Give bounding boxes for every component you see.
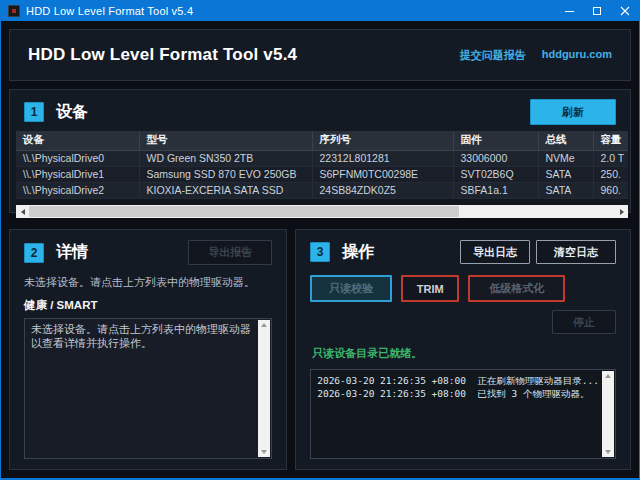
col-header-capacity[interactable]: 容量 xyxy=(593,131,628,150)
cell-model: Samsung SSD 870 EVO 250GB xyxy=(139,166,312,182)
details-section: 2 详情 导出报告 未选择设备。请点击上方列表中的物理驱动器。 健康 / SMA… xyxy=(9,229,287,470)
operations-title: 操作 xyxy=(342,242,374,263)
cell-serial: S6PFNM0TC00298E xyxy=(312,166,453,182)
table-row[interactable]: \\.\PhysicalDrive1 Samsung SSD 870 EVO 2… xyxy=(16,166,628,182)
minimize-button[interactable] xyxy=(555,1,583,21)
scroll-down-icon[interactable] xyxy=(261,450,267,454)
log-vertical-scrollbar[interactable] xyxy=(602,371,614,457)
hddguru-link[interactable]: hddguru.com xyxy=(542,48,612,63)
main-content: HDD Low Level Format Tool v5.4 提交问题报告 hd… xyxy=(1,21,639,478)
operations-badge: 3 xyxy=(310,242,330,262)
log-line: 2026-03-20 21:26:35 +08:00 已找到 3 个物理驱动器。 xyxy=(317,387,599,400)
stop-button[interactable]: 停止 xyxy=(552,310,616,334)
table-row[interactable]: \\.\PhysicalDrive2 KIOXIA-EXCERIA SATA S… xyxy=(16,182,628,198)
close-button[interactable] xyxy=(611,1,639,21)
table-header-row: 设备 型号 序列号 固件 总线 容量 xyxy=(16,131,628,150)
page-title: HDD Low Level Format Tool v5.4 xyxy=(28,45,297,65)
clear-log-button[interactable]: 清空日志 xyxy=(536,240,616,264)
cell-model: WD Green SN350 2TB xyxy=(139,150,312,166)
log-line: 2026-03-20 21:26:35 +08:00 正在刷新物理驱动器目录..… xyxy=(317,374,599,387)
operations-section: 3 操作 导出日志 清空日志 只读校验 TRIM 低级格式化 停止 只读设备目录… xyxy=(295,229,631,470)
smart-vertical-scrollbar[interactable] xyxy=(258,320,270,457)
devices-section-header: 1 设备 刷新 xyxy=(16,95,624,131)
col-header-firmware[interactable]: 固件 xyxy=(453,131,538,150)
low-level-format-button[interactable]: 低级格式化 xyxy=(468,275,565,302)
cell-model: KIOXIA-EXCERIA SATA SSD xyxy=(139,182,312,198)
col-header-model[interactable]: 型号 xyxy=(139,131,312,150)
smart-text: 未选择设备。请点击上方列表中的物理驱动器以查看详情并执行操作。 xyxy=(25,319,271,353)
app-window: HDD Low Level Format Tool v5.4 HDD Low L… xyxy=(0,0,640,480)
cell-device: \\.\PhysicalDrive2 xyxy=(16,182,139,198)
no-selection-text: 未选择设备。请点击上方列表中的物理驱动器。 xyxy=(24,275,272,290)
app-icon xyxy=(8,5,20,17)
close-icon xyxy=(620,6,630,16)
export-log-button[interactable]: 导出日志 xyxy=(460,240,530,264)
scroll-down-icon[interactable] xyxy=(605,450,611,454)
scroll-left-icon[interactable] xyxy=(16,205,29,218)
operations-section-header: 3 操作 导出日志 清空日志 xyxy=(310,240,616,264)
scrollbar-thumb[interactable] xyxy=(29,206,459,217)
cell-serial: 22312L801281 xyxy=(312,150,453,166)
smart-label: 健康 / SMART xyxy=(24,298,272,313)
report-issue-link[interactable]: 提交问题报告 xyxy=(460,48,526,63)
cell-capacity: 2.0 T xyxy=(593,150,628,166)
log-lines: 2026-03-20 21:26:35 +08:00 正在刷新物理驱动器目录..… xyxy=(311,370,615,404)
read-only-verify-button[interactable]: 只读校验 xyxy=(310,275,392,302)
cell-bus: SATA xyxy=(538,182,593,198)
scroll-right-icon[interactable] xyxy=(615,205,628,218)
stop-row: 停止 xyxy=(310,310,616,334)
devices-section: 1 设备 刷新 设备 型号 序列号 固件 总线 容量 xyxy=(9,89,631,213)
scroll-up-icon[interactable] xyxy=(261,323,267,327)
cell-firmware: SVT02B6Q xyxy=(453,166,538,182)
maximize-button[interactable] xyxy=(583,1,611,21)
status-text: 只读设备目录已就绪。 xyxy=(312,346,616,361)
cell-capacity: 250. xyxy=(593,166,628,182)
cell-device: \\.\PhysicalDrive1 xyxy=(16,166,139,182)
col-header-device[interactable]: 设备 xyxy=(16,131,139,150)
window-title: HDD Low Level Format Tool v5.4 xyxy=(26,5,193,17)
cell-serial: 24SB84ZDK0Z5 xyxy=(312,182,453,198)
col-header-serial[interactable]: 序列号 xyxy=(312,131,453,150)
devices-badge: 1 xyxy=(24,102,44,122)
cell-bus: NVMe xyxy=(538,150,593,166)
smart-textbox[interactable]: 未选择设备。请点击上方列表中的物理驱动器以查看详情并执行操作。 xyxy=(24,318,272,459)
details-badge: 2 xyxy=(24,243,44,263)
window-controls xyxy=(555,1,639,21)
cell-firmware: 33006000 xyxy=(453,150,538,166)
refresh-button[interactable]: 刷新 xyxy=(530,99,616,125)
cell-bus: SATA xyxy=(538,166,593,182)
titlebar: HDD Low Level Format Tool v5.4 xyxy=(1,1,639,21)
cell-device: \\.\PhysicalDrive0 xyxy=(16,150,139,166)
bottom-columns: 2 详情 导出报告 未选择设备。请点击上方列表中的物理驱动器。 健康 / SMA… xyxy=(9,229,631,470)
col-header-bus[interactable]: 总线 xyxy=(538,131,593,150)
table-row[interactable]: \\.\PhysicalDrive0 WD Green SN350 2TB 22… xyxy=(16,150,628,166)
cell-capacity: 960. xyxy=(593,182,628,198)
cell-firmware: SBFA1a.1 xyxy=(453,182,538,198)
trim-button[interactable]: TRIM xyxy=(401,275,459,302)
details-title: 详情 xyxy=(56,242,88,263)
devices-title: 设备 xyxy=(56,102,88,123)
app-header: HDD Low Level Format Tool v5.4 提交问题报告 hd… xyxy=(9,29,631,81)
export-report-button[interactable]: 导出报告 xyxy=(188,240,272,265)
table-horizontal-scrollbar[interactable] xyxy=(16,205,628,218)
header-links: 提交问题报告 hddguru.com xyxy=(460,48,612,63)
log-textbox[interactable]: 2026-03-20 21:26:35 +08:00 正在刷新物理驱动器目录..… xyxy=(310,369,616,459)
maximize-icon xyxy=(593,7,601,15)
details-section-header: 2 详情 导出报告 xyxy=(24,240,272,265)
minimize-icon xyxy=(565,11,574,12)
scroll-up-icon[interactable] xyxy=(605,374,611,378)
devices-table: 设备 型号 序列号 固件 总线 容量 \\.\PhysicalDrive0 WD… xyxy=(16,131,628,205)
operation-buttons-row: 只读校验 TRIM 低级格式化 xyxy=(310,275,616,302)
